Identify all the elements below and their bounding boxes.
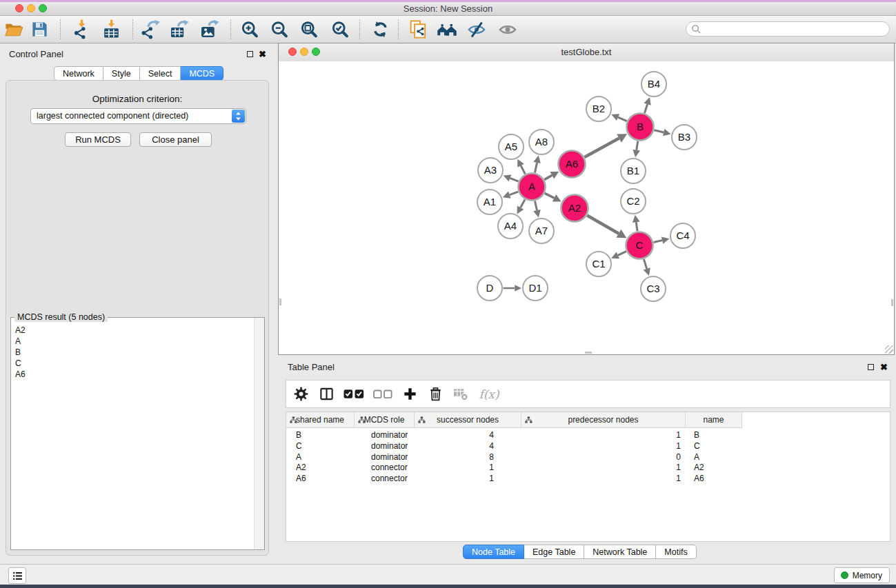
- tab-node-table[interactable]: Node Table: [463, 545, 524, 559]
- network-edge-B-B4[interactable]: [644, 97, 651, 113]
- table-row-C[interactable]: Cdominator41C: [286, 441, 890, 452]
- mcds-result-item-A6[interactable]: A6: [11, 369, 254, 380]
- export-network-button[interactable]: [137, 18, 163, 41]
- tab-network[interactable]: Network: [54, 66, 103, 81]
- network-node-A2[interactable]: A2: [561, 195, 588, 222]
- network-minimize-button[interactable]: [300, 48, 308, 56]
- run-mcds-button[interactable]: Run MCDS: [65, 132, 131, 147]
- zoom-in-button[interactable]: [237, 18, 263, 41]
- network-edge-A-A8[interactable]: [533, 156, 540, 173]
- column-header-shared-name[interactable]: shared name: [286, 412, 355, 427]
- zoom-selected-button[interactable]: [327, 18, 353, 41]
- network-close-button[interactable]: [288, 48, 297, 56]
- network-node-A6[interactable]: A6: [559, 151, 586, 178]
- network-node-B3[interactable]: B3: [672, 125, 697, 150]
- mcds-result-item-B[interactable]: B: [11, 347, 254, 358]
- control-panel-float-button[interactable]: [247, 51, 253, 57]
- table-row-A6[interactable]: A6connector11A6: [286, 474, 890, 485]
- export-image-button[interactable]: [196, 18, 222, 41]
- network-node-C2[interactable]: C2: [621, 189, 646, 214]
- network-node-D[interactable]: D: [477, 276, 502, 301]
- search-input[interactable]: [703, 23, 885, 37]
- table-settings-button[interactable]: [292, 385, 310, 403]
- export-table-button[interactable]: [166, 18, 192, 41]
- network-edge-A-A7[interactable]: [533, 201, 540, 218]
- column-header-name[interactable]: name: [686, 412, 742, 427]
- tab-select[interactable]: Select: [140, 66, 181, 81]
- network-node-C1[interactable]: C1: [586, 252, 611, 276]
- network-node-A3[interactable]: A3: [478, 158, 503, 183]
- network-edge-C-C3[interactable]: [644, 259, 650, 276]
- column-header-mcds-role[interactable]: MCDS role: [355, 412, 415, 427]
- network-edge-A-A3[interactable]: [504, 174, 519, 181]
- task-history-button[interactable]: [8, 567, 26, 584]
- network-node-B4[interactable]: B4: [641, 72, 666, 97]
- network-edge-A-A4[interactable]: [517, 199, 525, 214]
- network-edge-A-A6[interactable]: [544, 172, 559, 180]
- network-node-A7[interactable]: A7: [529, 219, 554, 243]
- network-node-A[interactable]: A: [519, 174, 546, 201]
- network-hscroll[interactable]: [585, 352, 592, 354]
- mcds-result-scrollbar[interactable]: [254, 318, 264, 549]
- table-panel-close-button[interactable]: ✖: [880, 363, 888, 372]
- close-window-button[interactable]: [15, 4, 23, 12]
- minimize-window-button[interactable]: [27, 4, 35, 12]
- open-session-button[interactable]: [1, 18, 27, 41]
- network-edge-A6-B[interactable]: [584, 134, 627, 157]
- network-resize-grip[interactable]: [885, 345, 893, 354]
- show-graphics-details-button[interactable]: [495, 18, 521, 41]
- network-edge-C-C2[interactable]: [633, 215, 640, 231]
- zoom-out-button[interactable]: [266, 18, 292, 41]
- network-edge-C-C4[interactable]: [653, 236, 669, 243]
- table-row-A[interactable]: Adominator80A: [286, 452, 890, 463]
- network-edge-C-C1[interactable]: [611, 252, 626, 258]
- network-node-C4[interactable]: C4: [670, 223, 695, 248]
- network-node-B[interactable]: B: [627, 114, 654, 141]
- network-edge-B-B2[interactable]: [611, 114, 626, 121]
- tab-edge-table[interactable]: Edge Table: [524, 545, 584, 559]
- network-edge-A-A1[interactable]: [503, 192, 518, 199]
- control-panel-close-button[interactable]: ✖: [259, 50, 266, 59]
- unselect-all-columns-button[interactable]: [372, 385, 393, 403]
- zoom-fit-button[interactable]: [296, 18, 322, 41]
- hide-graphics-details-button[interactable]: [464, 18, 490, 41]
- network-vscroll-left[interactable]: [279, 298, 281, 305]
- mcds-result-item-A2[interactable]: A2: [11, 325, 254, 336]
- network-edge-A-A2[interactable]: [545, 193, 561, 201]
- select-all-columns-button[interactable]: [343, 385, 365, 403]
- search-field[interactable]: [686, 21, 890, 37]
- memory-button[interactable]: Memory: [834, 567, 890, 583]
- tab-motifs[interactable]: Motifs: [656, 545, 696, 559]
- node-table[interactable]: shared nameMCDS rolesuccessor nodesprede…: [286, 412, 890, 542]
- delete-table-button[interactable]: [452, 385, 470, 403]
- network-edge-B-B1[interactable]: [633, 141, 640, 157]
- tab-network-table[interactable]: Network Table: [584, 545, 656, 559]
- home-button[interactable]: [434, 18, 460, 41]
- network-edge-A2-C[interactable]: [587, 215, 626, 238]
- network-edge-D-D1[interactable]: [504, 285, 522, 292]
- split-columns-button[interactable]: [317, 385, 335, 403]
- function-builder-button[interactable]: f(x): [477, 385, 501, 403]
- column-header-successor-nodes[interactable]: successor nodes: [415, 412, 521, 427]
- import-network-button[interactable]: [68, 18, 94, 41]
- network-node-C[interactable]: C: [626, 232, 653, 259]
- network-node-B1[interactable]: B1: [621, 159, 646, 183]
- network-node-A8[interactable]: A8: [529, 130, 554, 154]
- network-edge-A-A5[interactable]: [517, 159, 525, 174]
- network-vscroll-right[interactable]: [891, 299, 893, 306]
- network-svg[interactable]: AA1A2A3A4A5A6A7A8BB1B2B3B4CC1C2C3C4DD1: [279, 61, 894, 354]
- mcds-result-item-A[interactable]: A: [11, 336, 254, 347]
- delete-column-button[interactable]: [426, 385, 444, 403]
- network-zoom-button[interactable]: [312, 48, 320, 56]
- tab-mcds[interactable]: MCDS: [181, 66, 223, 81]
- save-session-button[interactable]: [26, 18, 52, 41]
- tab-style[interactable]: Style: [103, 66, 140, 81]
- network-node-A1[interactable]: A1: [477, 190, 502, 214]
- network-node-C3[interactable]: C3: [641, 276, 666, 301]
- optimization-criterion-dropdown[interactable]: largest connected component (directed): [30, 108, 246, 124]
- network-node-A4[interactable]: A4: [498, 214, 523, 239]
- network-node-A5[interactable]: A5: [499, 134, 524, 159]
- import-table-button[interactable]: [98, 18, 124, 41]
- refresh-button[interactable]: [367, 18, 393, 41]
- copy-current-network-button[interactable]: [405, 18, 431, 41]
